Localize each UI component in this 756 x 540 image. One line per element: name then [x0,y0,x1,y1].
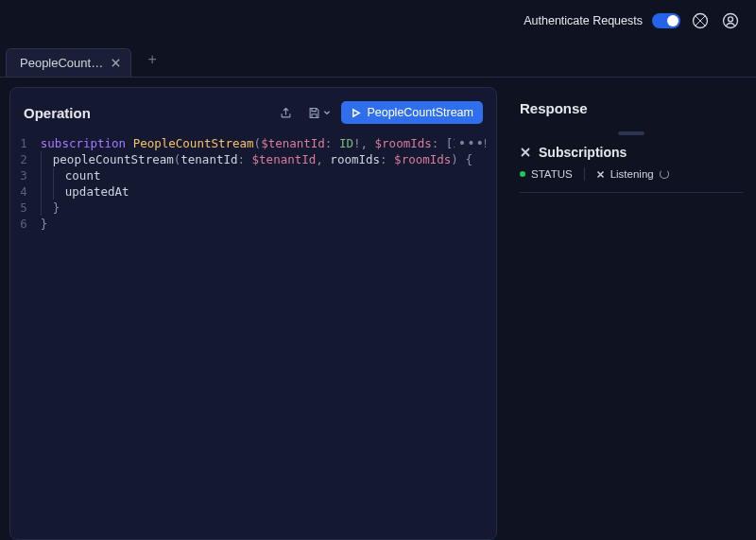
code-line[interactable]: subscription PeopleCountStream($tenantId… [41,135,489,151]
spinner-icon [660,169,669,179]
response-title: Response [520,100,743,116]
line-gutter: 123456 [10,135,41,232]
status-chip: STATUS [520,168,573,180]
svg-point-1 [724,14,738,28]
tab-people-count[interactable]: PeopleCount… [6,48,131,77]
profile-icon[interactable] [720,10,741,31]
line-number: 3 [10,167,27,183]
line-number: 6 [10,216,27,232]
operation-card: Operation [9,87,497,540]
close-icon[interactable] [520,147,531,158]
operation-title: Operation [24,105,91,121]
status-label: STATUS [531,168,573,180]
listening-label: Listening [610,168,654,180]
status-dot-icon [520,171,525,177]
tabs-row: PeopleCount… + [0,42,756,78]
status-row: STATUS Listening [520,167,743,193]
operation-header: Operation [10,88,496,133]
topbar: Authenticate Requests [0,0,756,42]
response-panel: Response Subscriptions STATUS Listening [497,78,756,540]
run-button[interactable]: PeopleCountStream [341,101,483,124]
add-tab-button[interactable]: + [139,46,165,73]
operation-actions: PeopleCountStream [275,101,483,124]
overflow-icon[interactable]: ••• [455,135,485,151]
run-button-label: PeopleCountStream [367,106,473,119]
tab-label: PeopleCount… [20,56,103,70]
play-icon [351,108,361,118]
close-icon[interactable] [596,170,605,179]
code-editor[interactable]: 123456 subscription PeopleCountStream($t… [10,133,496,234]
workspace: Operation [0,78,756,540]
code-line[interactable]: updatedAt [41,183,489,200]
auth-requests-label: Authenticate Requests [524,14,643,27]
subscriptions-header: Subscriptions [520,145,743,160]
drag-handle-icon[interactable] [618,131,644,135]
line-number: 2 [10,151,27,167]
code-line[interactable]: peopleCountStream(tenantId: $tenantId, r… [41,151,489,167]
line-number: 1 [10,135,27,151]
save-icon[interactable] [303,102,334,123]
help-icon[interactable] [690,10,711,31]
line-number: 5 [10,200,27,216]
code-area[interactable]: subscription PeopleCountStream($tenantId… [41,135,496,232]
code-line[interactable]: count [41,167,489,183]
auth-requests-toggle[interactable] [652,13,680,28]
code-line[interactable]: } [41,216,489,232]
svg-point-2 [729,17,733,22]
divider [584,167,585,181]
subscriptions-label: Subscriptions [539,145,627,160]
code-line[interactable]: } [41,200,489,216]
line-number: 4 [10,183,27,200]
listening-chip: Listening [596,168,669,180]
close-icon[interactable] [111,58,121,68]
chevron-down-icon [323,109,331,116]
operation-panel: Operation [0,78,497,540]
share-icon[interactable] [275,102,296,123]
